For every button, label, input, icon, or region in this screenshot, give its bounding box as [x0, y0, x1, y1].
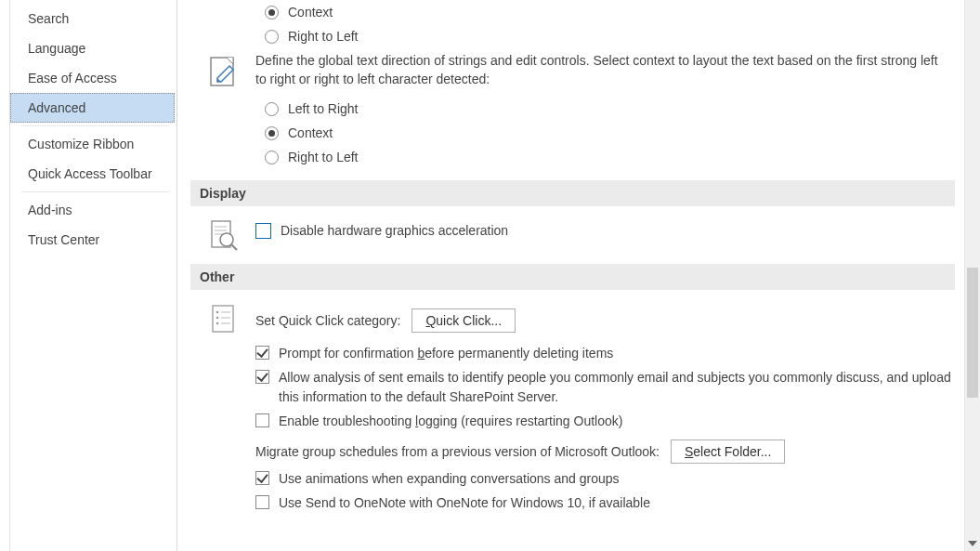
select-folder-button[interactable]: Select Folder... [671, 439, 785, 464]
checkbox-label: Prompt for confirmation before permanent… [279, 344, 613, 362]
sidebar-item-quick-access-toolbar[interactable]: Quick Access Toolbar [10, 159, 175, 189]
checkbox-icon [255, 223, 271, 239]
checkbox-icon [255, 495, 269, 509]
radio-label: Right to Left [288, 29, 359, 44]
sidebar-item-advanced[interactable]: Advanced [10, 93, 175, 123]
radio-context[interactable]: Context [265, 0, 955, 24]
page-magnify-icon [205, 216, 242, 253]
options-dialog: Search Language Ease of Access Advanced … [0, 0, 980, 551]
other-block: Set Quick Click category: Quick Click... [205, 299, 955, 338]
migrate-row: Migrate group schedules from a previous … [255, 439, 955, 464]
svg-marker-16 [968, 541, 977, 546]
sidebar: Search Language Ease of Access Advanced … [10, 0, 177, 551]
quick-click-label: Set Quick Click category: [255, 313, 400, 328]
checkbox-label: Use animations when expanding conversati… [279, 469, 620, 488]
checkbox-onenote[interactable]: Use Send to OneNote with OneNote for Win… [255, 493, 955, 512]
quick-click-button[interactable]: Quick Click... [412, 308, 516, 333]
display-block: Disable hardware graphics acceleration [205, 216, 955, 253]
sidebar-item-add-ins[interactable]: Add-ins [10, 195, 175, 225]
vertical-scrollbar[interactable] [964, 0, 980, 551]
sidebar-item-ease-of-access[interactable]: Ease of Access [10, 63, 175, 93]
radio-label: Context [288, 5, 333, 20]
svg-marker-1 [217, 66, 233, 82]
svg-line-8 [231, 244, 237, 250]
radio-icon [265, 30, 279, 44]
checkbox-label: Use Send to OneNote with OneNote for Win… [279, 493, 650, 512]
checkbox-label: Allow analysis of sent emails to identif… [279, 368, 955, 406]
page-list-icon [205, 299, 242, 336]
svg-point-10 [216, 311, 219, 314]
text-direction-radio-group-1: Context Right to Left [265, 0, 955, 48]
main-area: Context Right to Left [177, 0, 980, 551]
sidebar-separator [21, 191, 169, 192]
sidebar-item-customize-ribbon[interactable]: Customize Ribbon [10, 129, 175, 159]
radio-right-to-left[interactable]: Right to Left [265, 145, 955, 169]
scrollbar-thumb[interactable] [967, 268, 978, 398]
svg-point-14 [216, 322, 219, 325]
radio-icon [265, 151, 279, 164]
radio-icon [265, 102, 279, 116]
checkbox-icon [255, 413, 269, 427]
checkbox-prompt-delete[interactable]: Prompt for confirmation before permanent… [255, 344, 955, 362]
checkbox-label: Disable hardware graphics acceleration [281, 221, 508, 240]
text-direction-radio-group-2: Left to Right Context Right to Left [265, 97, 955, 169]
checkbox-icon [255, 346, 269, 360]
checkbox-icon [255, 370, 269, 384]
radio-label: Context [288, 125, 333, 140]
checkbox-animations[interactable]: Use animations when expanding conversati… [255, 469, 955, 488]
radio-icon [265, 126, 279, 140]
settings-panel: Context Right to Left [177, 0, 964, 551]
checkbox-allow-analysis[interactable]: Allow analysis of sent emails to identif… [255, 368, 955, 406]
scrollbar-track[interactable] [965, 0, 980, 535]
radio-label: Right to Left [288, 150, 359, 164]
checkbox-label: Enable troubleshooting logging (requires… [279, 412, 622, 430]
sidebar-item-search[interactable]: Search [10, 4, 175, 33]
svg-point-7 [220, 233, 233, 246]
radio-label: Left to Right [288, 101, 359, 116]
checkbox-troubleshoot-logging[interactable]: Enable troubleshooting logging (requires… [255, 412, 955, 430]
window-spine [0, 0, 10, 551]
section-header-other: Other [190, 264, 955, 290]
sidebar-item-trust-center[interactable]: Trust Center [10, 225, 175, 255]
edit-page-icon [205, 52, 242, 89]
svg-rect-9 [213, 306, 233, 332]
radio-context[interactable]: Context [265, 121, 955, 145]
edit-controls-description: Define the global text direction of stri… [255, 52, 943, 88]
sidebar-separator [21, 125, 169, 126]
quick-click-row: Set Quick Click category: Quick Click... [255, 308, 955, 333]
scrollbar-down-button[interactable] [965, 535, 980, 551]
migrate-label: Migrate group schedules from a previous … [255, 444, 660, 459]
radio-right-to-left[interactable]: Right to Left [265, 24, 955, 48]
sidebar-item-language[interactable]: Language [10, 33, 175, 63]
section-header-display: Display [190, 180, 955, 206]
checkbox-icon [255, 471, 269, 485]
radio-left-to-right[interactable]: Left to Right [265, 97, 955, 121]
svg-point-12 [216, 317, 219, 320]
checkbox-disable-hw-accel[interactable]: Disable hardware graphics acceleration [255, 221, 955, 240]
edit-controls-block: Define the global text direction of stri… [205, 52, 955, 89]
radio-icon [265, 6, 279, 20]
